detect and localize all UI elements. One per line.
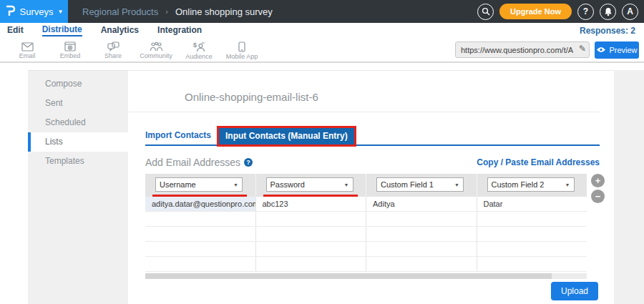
search-button[interactable] [477,4,494,20]
field-select-custom2[interactable]: Custom Field 2 ▼ [487,177,575,192]
sidebar-item-scheduled[interactable]: Scheduled [28,113,128,132]
cell-input[interactable] [366,227,477,241]
sidebar-item-sent[interactable]: Sent [28,94,128,113]
table-header-cell: Password ▼ [256,174,367,197]
row-buttons: + − [591,174,605,203]
nav-item-integration[interactable]: Integration [157,25,202,36]
toolbar-item-email[interactable]: Email [6,42,49,59]
cell-input[interactable] [366,242,477,256]
field-select-value: Password [270,180,305,189]
field-select-value: Custom Field 1 [381,180,434,189]
cell-input[interactable]: abc123 [256,197,367,211]
product-switcher[interactable]: Surveys ▼ [0,0,68,23]
cell-input[interactable]: Aditya [366,197,477,211]
toolbar-item-label: Email [19,52,36,59]
help-icon[interactable]: ? [244,158,253,167]
cell-input[interactable] [256,242,367,256]
embed-icon [64,41,76,52]
cell-input[interactable] [366,257,477,271]
survey-url-wrap: ✎ [455,41,590,58]
cell-input[interactable] [256,257,367,271]
responses-count[interactable]: Responses: 2 [580,26,635,36]
lists-panel: Online-shopping-email-list-6 Import Cont… [128,70,614,304]
toolbar-right: ✎ Preview [455,41,644,59]
contacts-tabs: Import Contacts Input Contacts (Manual E… [145,127,600,146]
audience-icon: $ [192,41,205,52]
help-button[interactable]: ? [577,4,594,20]
chevron-down-icon: ▼ [344,182,349,187]
toolbar-item-audience[interactable]: $ Audience [177,41,220,60]
breadcrumb: Regional Products › Online shopping surv… [82,6,273,17]
breadcrumb-separator-icon: › [165,7,168,16]
cell-input[interactable] [145,212,256,226]
table-header-cell: Username ▼ [145,174,256,197]
community-icon [150,41,163,52]
table-row [145,257,587,272]
edit-url-pencil-icon[interactable]: ✎ [579,44,586,54]
field-select-username[interactable]: Username ▼ [155,177,243,192]
share-icon [107,41,119,52]
tab-import-contacts[interactable]: Import Contacts [145,130,211,144]
table-header-cell: Custom Field 1 ▼ [366,174,477,197]
annotation-red-underline [263,195,358,197]
list-title: Online-shopping-email-list-6 [185,91,318,103]
field-select-password[interactable]: Password ▼ [266,177,353,192]
survey-url-input[interactable] [455,41,590,58]
chevron-down-icon: ▼ [233,182,238,187]
remove-row-button[interactable]: − [591,190,605,203]
table-body: aditya.datar@questionpro.com abc123 Adit… [145,197,587,272]
nav-item-analytics[interactable]: Analytics [101,25,139,36]
horizontal-scrollbar[interactable] [145,273,587,279]
table-header-cell: Custom Field 2 ▼ [477,174,587,197]
chevron-down-icon: ▼ [58,9,64,15]
breadcrumb-survey-name: Online shopping survey [175,6,273,17]
toolbar-item-mobile-app[interactable]: Mobile App [220,41,263,60]
cell-input[interactable] [366,212,477,226]
field-select-value: Custom Field 2 [492,180,545,189]
topbar: Surveys ▼ Regional Products › Online sho… [0,0,644,23]
breadcrumb-folder[interactable]: Regional Products [82,6,158,17]
cell-input[interactable] [477,227,587,241]
toolbar-item-community[interactable]: Community [135,41,177,59]
toolbar-item-embed[interactable]: Embed [49,41,92,59]
upgrade-now-button[interactable]: Upgrade Now [499,4,572,19]
scrollbar-thumb[interactable] [145,273,552,279]
survey-nav: Edit Distribute Analytics Integration Re… [0,23,644,38]
nav-item-distribute[interactable]: Distribute [42,24,82,36]
notifications-button[interactable] [600,4,616,20]
field-select-custom1[interactable]: Custom Field 1 ▼ [376,177,464,192]
preview-button[interactable]: Preview [595,41,639,59]
search-icon [482,7,490,16]
cell-input[interactable]: aditya.datar@questionpro.com [145,197,256,211]
cell-input[interactable] [477,212,587,226]
cell-input[interactable]: Datar [477,197,587,211]
sidebar-item-lists[interactable]: Lists [28,132,128,152]
bell-icon [604,7,613,16]
mobile-app-icon [238,41,245,52]
upload-button[interactable]: Upload [551,282,598,300]
cell-input[interactable] [256,212,367,226]
toolbar-item-label: Audience [185,53,213,60]
cell-input[interactable] [477,242,587,256]
chevron-down-icon: ▼ [454,182,459,187]
add-row-button[interactable]: + [591,174,605,187]
cell-input[interactable] [145,257,256,271]
table-row [145,227,587,242]
account-avatar[interactable]: A [622,4,638,20]
cell-input[interactable] [145,227,256,241]
chevron-down-icon: ▼ [565,182,570,187]
table-row [145,212,587,227]
toolbar-item-share[interactable]: Share [92,41,135,59]
product-switcher-label: Surveys [20,6,54,17]
nav-item-edit[interactable]: Edit [7,25,24,36]
toolbar-item-label: Share [104,52,122,59]
toolbar-item-label: Embed [60,52,81,59]
tab-input-contacts-manual[interactable]: Input Contacts (Manual Entry) [219,128,354,144]
cell-input[interactable] [145,242,256,256]
sidebar-item-templates[interactable]: Templates [28,152,128,171]
email-icon [21,42,34,52]
copy-paste-link[interactable]: Copy / Paste Email Addresses [477,157,600,167]
cell-input[interactable] [256,227,367,241]
cell-input[interactable] [477,257,587,271]
sidebar-item-compose[interactable]: Compose [28,74,128,94]
